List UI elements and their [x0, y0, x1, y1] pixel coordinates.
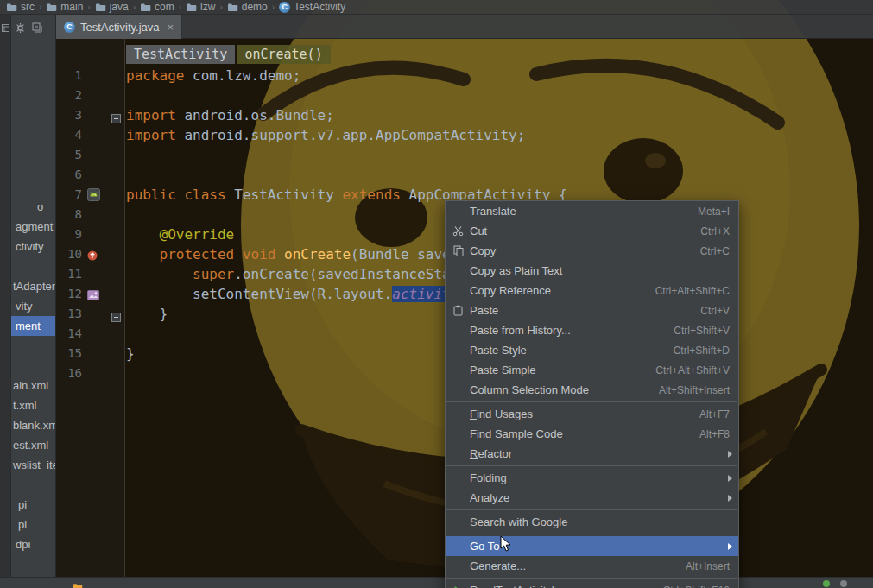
- tree-item[interactable]: t.xml: [11, 395, 55, 415]
- menu-item-run-testactivity[interactable]: Run 'TestActivity'Ctrl+Shift+F10: [446, 580, 738, 588]
- menu-item-paste-simple[interactable]: Paste SimpleCtrl+Alt+Shift+V: [446, 360, 738, 380]
- class-icon: C: [64, 22, 75, 33]
- menu-item-copy[interactable]: CopyCtrl+C: [446, 241, 738, 261]
- menu-item-label: Generate...: [470, 560, 526, 572]
- line-number[interactable]: 12: [56, 284, 82, 304]
- tree-item[interactable]: [11, 475, 55, 495]
- menu-item-paste-style[interactable]: Paste StyleCtrl+Shift+D: [446, 340, 738, 360]
- android-icon[interactable]: [87, 188, 101, 202]
- menu-item-label: Cut: [470, 224, 487, 237]
- tree-item[interactable]: o: [11, 197, 55, 217]
- tree-item[interactable]: [11, 336, 55, 356]
- breadcrumb-item-testactivity[interactable]: CTestActivity: [277, 0, 347, 15]
- menu-item-column-selection-mode[interactable]: Column Selection ModeAlt+Shift+Insert: [446, 380, 738, 400]
- tab-testactivity-java[interactable]: C TestActivity.java ×: [56, 15, 182, 39]
- tree-item[interactable]: [11, 256, 55, 276]
- breadcrumb-item-src[interactable]: src: [4, 0, 36, 15]
- project-tool-icon[interactable]: [2, 20, 9, 35]
- tree-item[interactable]: est.xml: [11, 435, 55, 455]
- code-line[interactable]: 3import android.os.Bundle;: [56, 105, 873, 125]
- line-number[interactable]: 8: [56, 205, 82, 224]
- line-number[interactable]: 14: [56, 324, 82, 344]
- code-line[interactable]: 2: [56, 85, 873, 105]
- breadcrumb-item-lzw[interactable]: lzw: [184, 0, 217, 15]
- line-number[interactable]: 10: [56, 244, 82, 264]
- menu-item-copy-as-plain-text[interactable]: Copy as Plain Text: [446, 261, 738, 281]
- menu-item-paste[interactable]: PasteCtrl+V: [446, 300, 738, 320]
- tree-item[interactable]: [11, 356, 55, 376]
- code-text: import android.os.Bundle;: [126, 105, 334, 125]
- breadcrumb-item-com[interactable]: com: [138, 0, 176, 15]
- fold-icon[interactable]: [111, 309, 121, 319]
- menu-item-find-usages[interactable]: Find UsagesAlt+F7: [446, 404, 738, 424]
- menu-item-label: Find Sample Code: [470, 427, 563, 440]
- breadcrumb-separator-icon: ›: [179, 3, 181, 12]
- tree-item[interactable]: ment: [11, 316, 55, 336]
- menu-item-cut[interactable]: CutCtrl+X: [446, 221, 738, 241]
- breadcrumb-item-demo[interactable]: demo: [225, 0, 269, 15]
- tree-item[interactable]: vity: [11, 296, 55, 316]
- menu-item-analyze[interactable]: Analyze: [446, 488, 738, 508]
- breadcrumb-label: java: [110, 1, 129, 13]
- editor-breadcrumbs: TestActivity onCreate(): [126, 45, 331, 64]
- tree-item[interactable]: ctivity: [11, 237, 55, 256]
- breadcrumb-item-main[interactable]: main: [44, 0, 85, 15]
- folder-icon: [186, 2, 197, 13]
- code-line[interactable]: 5: [56, 145, 873, 165]
- fold-icon[interactable]: [111, 111, 121, 120]
- ide-window: src›main›java›com›lzw›demo›CTestActivity…: [0, 0, 873, 588]
- layout-icon[interactable]: [87, 288, 101, 301]
- line-number[interactable]: 11: [56, 264, 82, 284]
- breadcrumb-class-chip[interactable]: TestActivity: [126, 45, 235, 64]
- menu-item-shortcut: Alt+Shift+Insert: [643, 384, 730, 396]
- menu-item-shortcut: Ctrl+X: [685, 225, 730, 237]
- menu-item-icon: [451, 560, 465, 572]
- code-line[interactable]: 1package com.lzw.demo;: [56, 66, 873, 85]
- menu-item-folding[interactable]: Folding: [446, 468, 738, 488]
- menu-item-go-to[interactable]: Go To: [446, 536, 738, 556]
- tree-item[interactable]: ain.xml: [11, 376, 55, 395]
- menu-item-refactor[interactable]: Refactor: [446, 444, 738, 464]
- close-icon[interactable]: ×: [168, 21, 174, 34]
- status-green-icon[interactable]: [823, 580, 830, 587]
- menu-item-paste-from-history[interactable]: Paste from History...Ctrl+Shift+V: [446, 320, 738, 340]
- menu-item-search-with-google[interactable]: Search with Google: [446, 512, 738, 532]
- override-icon[interactable]: [87, 248, 101, 262]
- line-number[interactable]: 9: [56, 224, 82, 244]
- cut-icon: [451, 224, 465, 237]
- tree-item[interactable]: pi: [11, 515, 55, 534]
- tree-item[interactable]: dpi: [11, 534, 55, 554]
- line-number[interactable]: 4: [56, 125, 82, 145]
- menu-item-icon: [451, 540, 465, 553]
- menu-item-copy-reference[interactable]: Copy ReferenceCtrl+Alt+Shift+C: [446, 281, 738, 300]
- line-number[interactable]: 16: [56, 364, 82, 383]
- line-number[interactable]: 13: [56, 304, 82, 324]
- menu-item-generate[interactable]: Generate...Alt+Insert: [446, 556, 738, 576]
- tree-item[interactable]: wslist_item: [11, 455, 55, 475]
- menu-item-icon: [451, 471, 465, 484]
- line-number[interactable]: 6: [56, 165, 82, 185]
- tree-item[interactable]: tAdapter: [11, 276, 55, 296]
- status-gray-icon[interactable]: [840, 580, 847, 587]
- tree-item[interactable]: pi: [11, 495, 55, 515]
- menu-separator: [446, 401, 737, 402]
- breadcrumb-label: src: [21, 1, 35, 13]
- menu-item-label: Column Selection Mode: [470, 383, 589, 396]
- menu-item-translate[interactable]: TranslateMeta+I: [446, 201, 738, 221]
- menu-item-icon: [451, 344, 465, 357]
- breadcrumb-method-chip[interactable]: onCreate(): [237, 45, 330, 64]
- tree-item[interactable]: agment: [11, 217, 55, 237]
- line-number[interactable]: 3: [56, 105, 82, 125]
- project-folder-icon[interactable]: [73, 579, 83, 588]
- breadcrumb-item-java[interactable]: java: [93, 0, 130, 15]
- menu-item-label: Paste: [470, 304, 498, 317]
- code-line[interactable]: 4import android.support.v7.app.AppCompat…: [56, 125, 873, 145]
- line-number[interactable]: 5: [56, 145, 82, 165]
- line-number[interactable]: 7: [56, 185, 82, 205]
- menu-item-find-sample-code[interactable]: Find Sample CodeAlt+F8: [446, 424, 738, 444]
- line-number[interactable]: 15: [56, 344, 82, 364]
- code-line[interactable]: 6: [56, 165, 873, 185]
- line-number[interactable]: 2: [56, 85, 82, 105]
- line-number[interactable]: 1: [56, 66, 82, 85]
- tree-item[interactable]: blank.xml: [11, 415, 55, 435]
